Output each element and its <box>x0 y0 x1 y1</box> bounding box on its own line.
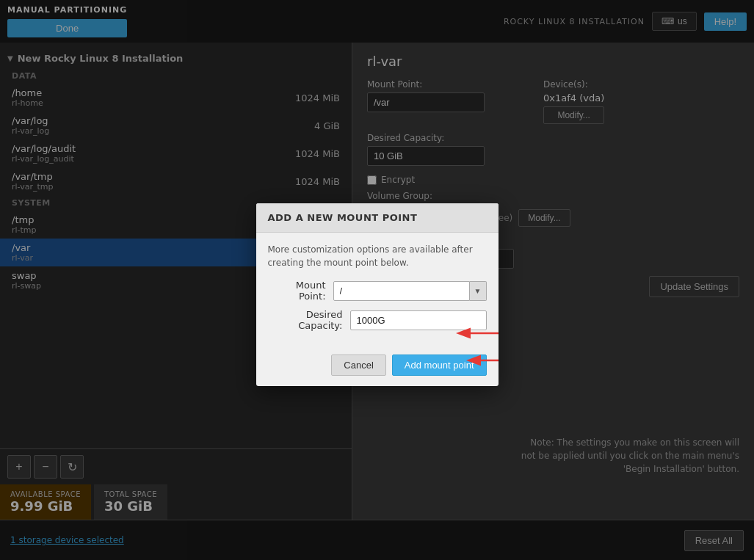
dialog-mount-combo: ▼ <box>333 281 487 301</box>
dialog-description: More customization options are available… <box>268 243 487 269</box>
dialog-title: ADD A NEW MOUNT POINT <box>256 203 499 233</box>
dialog-mount-dropdown-button[interactable]: ▼ <box>470 281 487 301</box>
cancel-button[interactable]: Cancel <box>331 354 385 376</box>
dialog: ADD A NEW MOUNT POINT More customization… <box>256 203 499 386</box>
add-mount-point-button[interactable]: Add mount point <box>392 354 487 376</box>
dialog-desired-capacity-label: Desired Capacity: <box>268 309 343 331</box>
dialog-mount-point-field: Mount Point: ▼ <box>268 280 487 302</box>
dialog-desired-capacity-field: Desired Capacity: <box>268 309 487 331</box>
dialog-mount-point-input[interactable] <box>333 281 470 301</box>
dialog-overlay: ADD A NEW MOUNT POINT More customization… <box>0 0 754 560</box>
dialog-mount-point-label: Mount Point: <box>268 280 326 302</box>
dialog-desired-capacity-input[interactable] <box>350 310 487 330</box>
dialog-body: More customization options are available… <box>256 233 499 349</box>
dialog-buttons: Cancel Add mount point <box>256 349 499 386</box>
